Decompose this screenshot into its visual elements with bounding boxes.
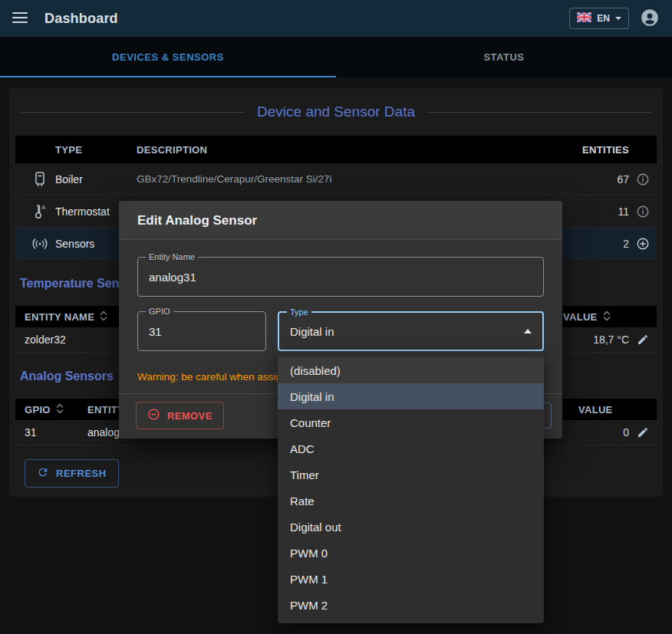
tab-bar: DEVICES & SENSORS STATUS (0, 37, 672, 77)
menu-item-disabled[interactable]: (disabled) (278, 357, 544, 383)
gpio-value: 31 (149, 325, 162, 338)
refresh-button[interactable]: REFRESH (25, 459, 119, 488)
entity-name-value: analog31 (149, 271, 196, 284)
screen: Dashboard EN DEVICES & SENSORS STATUS (0, 0, 672, 634)
sensor-value: 0 (578, 426, 629, 439)
menu-item-pwm-2[interactable]: PWM 2 (278, 592, 544, 618)
tab-devices-sensors-label: DEVICES & SENSORS (112, 51, 224, 63)
tab-devices-sensors[interactable]: DEVICES & SENSORS (0, 37, 336, 77)
sensors-icon (15, 238, 55, 250)
menu-item-rate[interactable]: Rate (278, 488, 544, 514)
menu-item-timer[interactable]: Timer (278, 462, 544, 488)
header-value: VALUE (563, 311, 598, 323)
sensor-value: 18,7 °C (563, 333, 629, 346)
edit-pencil-icon[interactable] (629, 333, 657, 346)
header-entities: ENTITIES (563, 144, 629, 156)
entity-name-label: Entity Name (146, 252, 198, 262)
info-icon[interactable] (629, 205, 657, 218)
table-row-boiler[interactable]: Boiler GBx72/Trendline/Cerapur/Greenstar… (15, 163, 657, 195)
page-title-row: Device and Sensor Data (20, 103, 652, 120)
account-circle-icon (640, 8, 660, 30)
language-label: EN (597, 13, 610, 24)
remove-circle-icon (147, 408, 160, 423)
header-gpio: GPIO (25, 404, 51, 416)
device-type: Boiler (55, 173, 137, 186)
hamburger-menu-button[interactable] (12, 12, 28, 25)
appbar-actions: EN (569, 8, 660, 30)
tab-status[interactable]: STATUS (336, 37, 672, 77)
refresh-icon (37, 466, 49, 481)
device-entities-count: 2 (563, 238, 629, 250)
chevron-down-icon (615, 17, 621, 20)
menu-item-pwm-0[interactable]: PWM 0 (278, 540, 544, 566)
gpio-type-row: GPIO 31 Type Digital in (137, 311, 544, 351)
sensor-gpio: 31 (15, 426, 87, 439)
menu-item-digital-out[interactable]: Digital out (278, 514, 544, 540)
title-divider-left (20, 112, 245, 113)
app-title: Dashboard (44, 11, 118, 27)
title-divider-right (427, 112, 652, 113)
gpio-field[interactable]: GPIO 31 (137, 311, 266, 351)
app-bar: Dashboard EN (0, 0, 672, 37)
edit-pencil-icon[interactable] (629, 426, 657, 439)
header-description: DESCRIPTION (137, 144, 563, 156)
type-select[interactable]: Type Digital in (278, 311, 544, 351)
language-selector-button[interactable]: EN (569, 8, 629, 29)
dialog-title: Edit Analog Sensor (119, 201, 562, 240)
add-circle-icon[interactable] (629, 237, 657, 251)
tab-status-label: STATUS (483, 51, 524, 63)
type-label: Type (287, 307, 311, 317)
header-type: TYPE (55, 144, 137, 156)
menu-item-pwm-1[interactable]: PWM 1 (278, 566, 544, 592)
active-tab-indicator (0, 76, 336, 77)
gpio-label: GPIO (146, 307, 173, 317)
svg-text:A: A (42, 205, 46, 210)
menu-item-digital-in[interactable]: Digital in (278, 383, 544, 409)
device-table-header: TYPE DESCRIPTION ENTITIES (15, 136, 657, 163)
sort-icon[interactable] (99, 310, 108, 324)
refresh-button-label: REFRESH (56, 468, 107, 479)
thermostat-icon: A (15, 204, 55, 219)
header-entity-name: ENTITY NAME (25, 311, 94, 323)
header-value: VALUE (578, 404, 629, 416)
remove-button-label: REMOVE (167, 410, 212, 422)
hamburger-icon (12, 12, 28, 25)
device-entities-count: 67 (563, 173, 629, 186)
sort-icon[interactable] (55, 403, 64, 416)
remove-button[interactable]: REMOVE (136, 402, 224, 429)
type-value: Digital in (290, 325, 334, 338)
uk-flag-icon (577, 12, 591, 25)
boiler-icon (15, 172, 55, 187)
entity-name-field[interactable]: Entity Name analog31 (137, 257, 544, 297)
device-entities-count: 11 (563, 205, 629, 218)
menu-item-adc[interactable]: ADC (278, 435, 544, 462)
menu-item-counter[interactable]: Counter (278, 409, 544, 435)
dropdown-caret-up-icon (524, 329, 532, 333)
type-dropdown-menu: (disabled) Digital in Counter ADC Timer … (278, 352, 544, 623)
device-description: GBx72/Trendline/Cerapur/Greenstar Si/27i (137, 173, 563, 185)
account-button[interactable] (640, 8, 660, 30)
sort-icon[interactable] (602, 310, 611, 324)
page-title: Device and Sensor Data (257, 103, 415, 120)
info-icon[interactable] (629, 172, 657, 186)
